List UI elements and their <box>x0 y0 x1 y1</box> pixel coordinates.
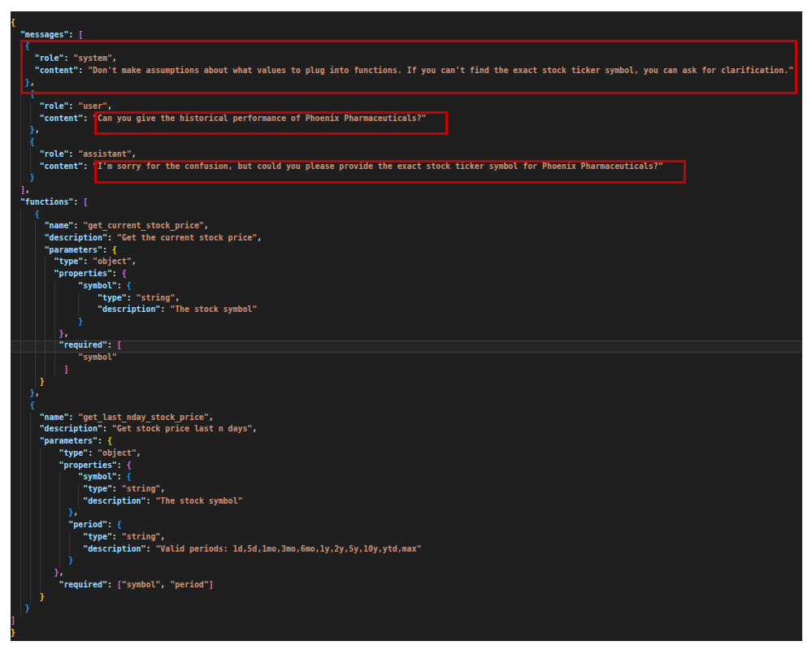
code-line-16[interactable]: "functions": [ <box>11 197 802 210</box>
code-line-41[interactable]: "description": "The stock symbol" <box>11 496 802 509</box>
token-string: "symbol" <box>78 353 117 362</box>
token-key: "description" <box>40 424 102 433</box>
code-line-19[interactable]: "description": "Get the current stock pr… <box>11 233 802 245</box>
token-key: "description" <box>83 544 145 553</box>
code-line-22[interactable]: "properties": { <box>11 269 802 281</box>
token-bracket-level-blue: { <box>117 520 122 529</box>
code-line-21[interactable]: "type": "object", <box>11 257 802 269</box>
code-line-28[interactable]: "required": [ <box>11 340 802 353</box>
code-line-51[interactable]: ] <box>11 616 802 628</box>
token-key: "symbol" <box>78 281 117 290</box>
code-line-1[interactable]: { <box>11 18 802 30</box>
token-bracket-level-gold: { <box>107 436 112 445</box>
token-punctuation: , <box>35 388 40 397</box>
code-area[interactable]: { "messages": [ { "role": "system", "con… <box>11 18 802 639</box>
code-line-33[interactable]: { <box>11 401 802 413</box>
token-string: "object" <box>93 257 132 266</box>
code-line-20[interactable]: "parameters": { <box>11 245 802 258</box>
code-line-27[interactable]: }, <box>11 329 802 341</box>
token-bracket-level-blue: { <box>25 41 30 50</box>
token-string: "symbol" <box>122 580 161 589</box>
code-line-17[interactable]: { <box>11 210 802 222</box>
code-line-49[interactable]: } <box>11 592 802 604</box>
token-bracket-level-blue: { <box>127 281 132 290</box>
code-line-26[interactable]: } <box>11 317 802 329</box>
code-line-32[interactable]: }, <box>11 388 802 401</box>
token-key: "role" <box>40 149 69 158</box>
code-line-36[interactable]: "parameters": { <box>11 436 802 448</box>
token-key: "role" <box>35 54 64 63</box>
code-line-4[interactable]: "role": "system", <box>11 54 802 66</box>
code-line-10[interactable]: }, <box>11 125 802 137</box>
code-line-34[interactable]: "name": "get_last_nday_stock_price", <box>11 413 802 425</box>
token-string: "Can you give the historical performance… <box>93 114 426 123</box>
token-punctuation: : <box>63 54 73 63</box>
token-string: "I'm sorry for the confusion, but could … <box>93 162 663 171</box>
code-line-30[interactable]: ] <box>11 365 802 377</box>
token-punctuation: : <box>145 496 155 505</box>
code-line-31[interactable]: } <box>11 377 802 389</box>
token-bracket-level-blue: } <box>25 604 30 613</box>
token-punctuation: , <box>25 185 30 194</box>
code-line-35[interactable]: "description": "Get stock price last n d… <box>11 424 802 436</box>
token-string: "The stock symbol" <box>155 496 242 505</box>
code-line-24[interactable]: "type": "string", <box>11 293 802 305</box>
token-key: "properties" <box>54 269 112 278</box>
code-line-52[interactable]: } <box>11 628 802 640</box>
token-punctuation: , <box>63 329 68 338</box>
code-line-18[interactable]: "name": "get_current_stock_price", <box>11 221 802 233</box>
token-string: "The stock symbol" <box>170 305 257 314</box>
token-punctuation: , <box>252 424 257 433</box>
code-line-5[interactable]: "content": "Don't make assumptions about… <box>11 66 802 78</box>
code-line-6[interactable]: }, <box>11 78 802 90</box>
token-key: "parameters" <box>40 436 98 445</box>
code-line-25[interactable]: "description": "The stock symbol" <box>11 305 802 317</box>
code-line-37[interactable]: "type": "object", <box>11 448 802 461</box>
code-line-11[interactable]: { <box>11 137 802 149</box>
token-key: "period" <box>68 520 107 529</box>
code-editor[interactable]: { "messages": [ { "role": "system", "con… <box>11 11 802 641</box>
token-bracket-level-pink: ] <box>11 616 15 625</box>
code-line-39[interactable]: "symbol": { <box>11 472 802 484</box>
code-line-12[interactable]: "role": "assistant", <box>11 149 802 162</box>
code-line-46[interactable]: } <box>11 556 802 568</box>
token-bracket-level-blue: } <box>30 173 35 182</box>
token-punctuation: , <box>160 580 170 589</box>
code-line-40[interactable]: "type": "string", <box>11 484 802 496</box>
token-bracket-level-pink: [ <box>83 197 88 206</box>
token-punctuation: , <box>175 293 180 302</box>
code-line-47[interactable]: }, <box>11 568 802 580</box>
token-key: "required" <box>59 580 106 589</box>
code-line-50[interactable]: } <box>11 604 802 616</box>
token-punctuation: : <box>117 472 127 481</box>
code-line-9[interactable]: "content": "Can you give the historical … <box>11 114 802 126</box>
code-line-45[interactable]: "description": "Valid periods: 1d,5d,1mo… <box>11 544 802 557</box>
token-key: "description" <box>83 496 145 505</box>
token-string: "string" <box>122 532 161 541</box>
token-bracket-level-pink: [ <box>117 340 122 349</box>
token-punctuation: , <box>73 508 78 517</box>
code-line-42[interactable]: }, <box>11 508 802 520</box>
token-bracket-level-blue: { <box>30 401 35 409</box>
token-key: "type" <box>54 257 84 266</box>
code-line-23[interactable]: "symbol": { <box>11 281 802 293</box>
code-line-2[interactable]: "messages": [ <box>11 30 802 42</box>
code-line-14[interactable]: } <box>11 173 802 185</box>
token-bracket-level-blue: { <box>35 210 40 219</box>
code-line-13[interactable]: "content": "I'm sorry for the confusion,… <box>11 162 802 174</box>
token-punctuation: : <box>145 544 155 553</box>
token-punctuation: : <box>83 257 93 266</box>
code-line-3[interactable]: { <box>11 41 802 54</box>
code-line-48[interactable]: "required": ["symbol", "period"] <box>11 580 802 592</box>
code-line-44[interactable]: "type": "string", <box>11 532 802 544</box>
code-line-29[interactable]: "symbol" <box>11 353 802 365</box>
code-line-8[interactable]: "role": "user", <box>11 102 802 114</box>
token-bracket-level-gold: } <box>40 377 45 386</box>
token-bracket-level-blue: { <box>30 89 35 98</box>
code-line-43[interactable]: "period": { <box>11 520 802 532</box>
token-string: "Get the current stock price" <box>117 233 257 242</box>
token-string: "Valid periods: 1d,5d,1mo,3mo,6mo,1y,2y,… <box>155 544 421 553</box>
code-line-7[interactable]: { <box>11 89 802 102</box>
code-line-15[interactable]: ], <box>11 185 802 197</box>
code-line-38[interactable]: "properties": { <box>11 461 802 473</box>
